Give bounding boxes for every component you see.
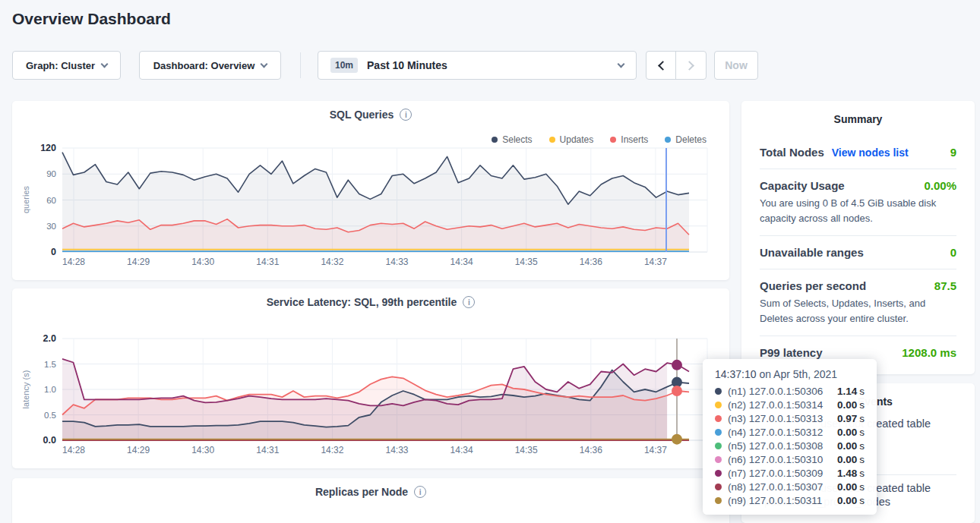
node-latency-value: 0.00 <box>831 481 857 493</box>
x-tick-label: 14:30 <box>191 257 214 267</box>
tooltip-node-row: (n8) 127.0.0.1:503070.00s <box>715 480 865 493</box>
latency-unit: s <box>859 413 865 424</box>
x-tick-label: 14:35 <box>515 257 538 267</box>
x-tick-label: 14:28 <box>62 257 85 267</box>
latency-unit: s <box>859 427 865 438</box>
latency-unit: s <box>859 440 865 452</box>
summary-heading: Summary <box>760 113 956 125</box>
view-nodes-list-link[interactable]: View nodes list <box>832 147 909 159</box>
y-tick-label: 0.5 <box>44 411 56 420</box>
node-address: (n7) 127.0.0.1:50309 <box>728 468 831 479</box>
node-latency-value: 0.00 <box>831 399 857 411</box>
node-color-dot <box>715 429 722 436</box>
node-latency-value: 0.00 <box>831 427 857 438</box>
tooltip-node-row: (n7) 127.0.0.1:503091.48s <box>715 466 865 480</box>
dashboard-dropdown-label: Dashboard: Overview <box>153 60 255 71</box>
node-color-dot <box>715 443 722 449</box>
time-range-dropdown[interactable]: 10m Past 10 Minutes <box>318 51 637 80</box>
hover-point-dot <box>672 434 682 445</box>
graph-dropdown[interactable]: Graph: Cluster <box>12 51 121 80</box>
chevron-left-icon <box>658 61 668 71</box>
sql-queries-card: SQL Queries i SelectsUpdatesInsertsDelet… <box>12 101 729 280</box>
x-tick-label: 14:28 <box>62 445 85 455</box>
node-address: (n5) 127.0.0.1:50308 <box>728 440 831 452</box>
y-tick-label: 30 <box>46 222 56 231</box>
node-latency-value: 1.48 <box>831 468 857 479</box>
node-address: (n3) 127.0.0.1:50313 <box>728 413 831 424</box>
x-tick-label: 14:29 <box>127 445 150 455</box>
node-latency-value: 0.97 <box>831 413 857 424</box>
node-latency-value: 0.00 <box>831 440 857 452</box>
x-tick-label: 14:36 <box>580 445 602 455</box>
hover-point-dot <box>672 386 682 396</box>
tooltip-node-row: (n1) 127.0.0.1:503061.14s <box>715 384 865 398</box>
summary-metric-title: P99 latency <box>760 346 823 359</box>
page-title: Overview Dashboard <box>12 10 171 28</box>
x-tick-label: 14:33 <box>385 445 408 455</box>
summary-metric-title: Total Nodes <box>760 146 824 159</box>
service-latency-card: Service Latency: SQL, 99th percentile i … <box>12 288 729 468</box>
node-address: (n4) 127.0.0.1:50312 <box>728 427 831 438</box>
service-latency-chart[interactable]: 0.00.51.01.52.014:2814:2914:3014:3114:32… <box>12 288 729 468</box>
chart-hover-tooltip: 14:37:10 on Apr 5th, 2021 (n1) 127.0.0.1… <box>703 359 877 515</box>
latency-unit: s <box>859 386 865 397</box>
x-tick-label: 14:34 <box>450 257 473 267</box>
summary-metric-value: 0 <box>950 246 956 259</box>
x-tick-label: 14:31 <box>256 445 279 455</box>
summary-metric-title: Capacity Usage <box>760 179 845 192</box>
x-tick-label: 14:37 <box>644 257 667 267</box>
node-color-dot <box>715 484 722 490</box>
node-color-dot <box>715 497 722 504</box>
latency-unit: s <box>859 495 865 506</box>
node-color-dot <box>715 456 722 463</box>
node-address: (n8) 127.0.0.1:50307 <box>728 481 831 493</box>
controls-divider <box>300 52 301 78</box>
x-tick-label: 14:32 <box>321 257 343 267</box>
node-latency-value: 0.00 <box>831 454 857 465</box>
tooltip-node-row: (n2) 127.0.0.1:503140.00s <box>715 398 865 411</box>
latency-unit: s <box>859 454 865 465</box>
x-tick-label: 14:35 <box>515 445 538 455</box>
y-tick-label: 60 <box>46 196 56 205</box>
tooltip-node-row: (n4) 127.0.0.1:503120.00s <box>715 425 865 439</box>
summary-row: Capacity Usage0.00%You are using 0 B of … <box>760 169 956 235</box>
time-prev-button[interactable] <box>646 52 676 79</box>
summary-metric-value: 87.5 <box>934 279 956 292</box>
chevron-down-icon <box>618 60 625 68</box>
tooltip-node-row: (n9) 127.0.0.1:503110.00s <box>715 493 865 507</box>
x-tick-label: 14:29 <box>127 257 150 267</box>
summary-metric-value: 1208.0 ms <box>902 346 956 359</box>
replicas-per-node-card: Replicas per Node i <box>12 478 729 523</box>
summary-metric-subtext: You are using 0 B of 4.5 GiB usable disk… <box>760 196 956 225</box>
info-icon[interactable]: i <box>414 486 426 498</box>
replicas-chart-title: Replicas per Node <box>315 486 408 498</box>
summary-metric-subtext: Sum of Selects, Updates, Inserts, and De… <box>760 296 956 326</box>
dashboard-dropdown[interactable]: Dashboard: Overview <box>139 51 281 80</box>
now-button[interactable]: Now <box>714 51 758 80</box>
hover-point-dot <box>672 360 682 370</box>
tooltip-node-row: (n3) 127.0.0.1:503130.97s <box>715 411 865 425</box>
chevron-down-icon <box>261 60 268 68</box>
node-address: (n9) 127.0.0.1:50311 <box>728 495 831 506</box>
latency-unit: s <box>859 481 865 493</box>
latency-unit: s <box>859 399 865 411</box>
summary-metric-value: 0.00% <box>924 179 956 192</box>
time-next-button[interactable] <box>676 52 706 79</box>
node-address: (n6) 127.0.0.1:50310 <box>728 454 831 465</box>
node-color-dot <box>715 388 722 395</box>
summary-row: Queries per second87.5Sum of Selects, Up… <box>760 269 956 336</box>
y-tick-label: 1.0 <box>44 385 56 394</box>
x-tick-label: 14:32 <box>321 445 343 455</box>
node-color-dot <box>715 415 722 422</box>
y-tick-label: 120 <box>40 143 56 153</box>
summary-panel: Summary Total NodesView nodes list9Capac… <box>741 101 975 374</box>
chevron-right-icon <box>684 61 694 71</box>
sql-queries-chart[interactable]: 030609012014:2814:2914:3014:3114:3214:33… <box>12 101 729 280</box>
node-latency-value: 1.14 <box>831 386 857 397</box>
node-address: (n1) 127.0.0.1:50306 <box>728 386 831 397</box>
node-latency-value: 0.00 <box>831 495 857 506</box>
x-tick-label: 14:33 <box>385 257 408 267</box>
y-tick-label: 0.0 <box>43 435 56 446</box>
node-color-dot <box>715 402 722 408</box>
time-range-badge: 10m <box>330 58 358 73</box>
